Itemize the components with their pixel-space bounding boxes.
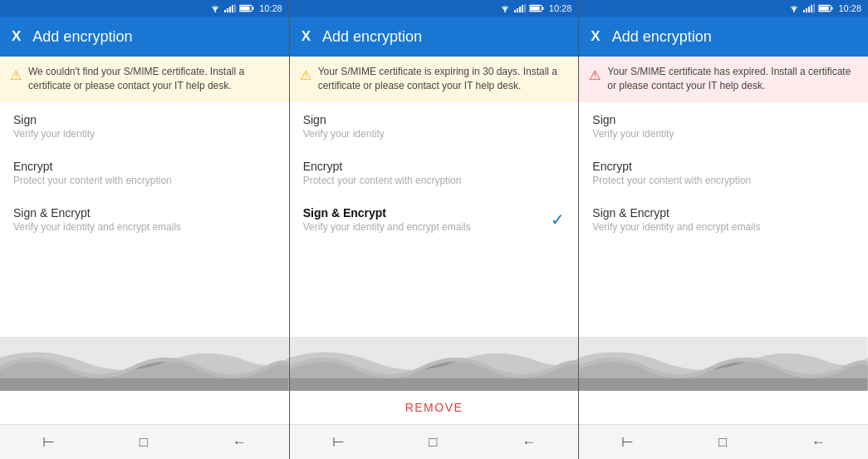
svg-rect-11 (514, 10, 516, 12)
phone-screen-2: 10:28 X Add encryption ⚠ Your S/MIME cer… (290, 0, 580, 459)
recent-apps-icon[interactable]: ⊢ (36, 427, 61, 457)
nav-bar: ⊢□← (579, 424, 868, 459)
check-icon: ✓ (551, 210, 565, 230)
option-text: Encrypt Protect your content with encryp… (303, 160, 462, 186)
battery-icon (818, 4, 833, 12)
nav-bar: ⊢□← (290, 424, 579, 459)
alert-message: We couldn't find your S/MIME certificate… (28, 65, 279, 94)
back-icon[interactable]: ← (805, 427, 832, 457)
app-bar: X Add encryption (0, 17, 289, 57)
options-list: Sign Verify your identity Encrypt Protec… (290, 102, 579, 337)
option-title: Sign & Encrypt (13, 206, 181, 220)
svg-point-10 (504, 11, 506, 12)
option-subtitle: Protect your content with encryption (13, 175, 172, 186)
alert-message: Your S/MIME certificate has expired. Ins… (607, 65, 858, 94)
svg-rect-25 (813, 4, 815, 12)
option-text: Sign Verify your identity (13, 113, 95, 140)
app-bar: X Add encryption (290, 17, 579, 57)
svg-point-20 (793, 11, 795, 12)
close-button[interactable]: X (12, 28, 21, 45)
options-list: Sign Verify your identity Encrypt Protec… (0, 102, 289, 337)
option-item-1[interactable]: Encrypt Protect your content with encryp… (290, 149, 579, 195)
recent-apps-icon[interactable]: ⊢ (326, 427, 351, 457)
option-item-0[interactable]: Sign Verify your identity (579, 102, 868, 149)
home-icon[interactable]: □ (133, 427, 154, 457)
svg-rect-14 (522, 5, 523, 12)
option-subtitle: Protect your content with encryption (592, 175, 751, 186)
options-list: Sign Verify your identity Encrypt Protec… (579, 102, 868, 337)
option-item-2[interactable]: Sign & Encrypt Verify your identity and … (290, 195, 579, 242)
option-title: Encrypt (303, 160, 462, 173)
option-item-2[interactable]: Sign & Encrypt Verify your identity and … (0, 195, 289, 242)
svg-rect-4 (232, 5, 233, 12)
status-time: 10:28 (549, 3, 572, 13)
svg-point-0 (214, 11, 216, 12)
option-text: Sign Verify your identity (303, 113, 385, 140)
option-text: Sign & Encrypt Verify your identity and … (592, 206, 760, 233)
alert-banner: ⚠ Your S/MIME certificate is expiring in… (290, 57, 579, 102)
svg-rect-27 (831, 7, 833, 10)
close-button[interactable]: X (302, 28, 311, 45)
svg-rect-2 (227, 8, 228, 12)
svg-rect-5 (234, 4, 236, 12)
battery-icon (529, 4, 544, 12)
svg-rect-8 (240, 6, 250, 10)
option-text: Encrypt Protect your content with encryp… (13, 160, 172, 186)
option-text: Encrypt Protect your content with encryp… (592, 160, 751, 186)
option-subtitle: Verify your identity and encrypt emails (13, 221, 181, 233)
option-text: Sign & Encrypt Verify your identity and … (13, 206, 181, 233)
option-title: Encrypt (592, 160, 751, 173)
nav-bar: ⊢□← (0, 424, 289, 459)
wifi-icon (499, 4, 511, 12)
back-icon[interactable]: ← (515, 427, 542, 457)
option-item-0[interactable]: Sign Verify your identity (0, 102, 289, 149)
close-button[interactable]: X (591, 28, 600, 45)
option-subtitle: Verify your identity (592, 128, 674, 140)
option-item-1[interactable]: Encrypt Protect your content with encryp… (0, 149, 289, 195)
app-bar-title: Add encryption (612, 28, 856, 46)
home-icon[interactable]: □ (422, 427, 444, 457)
wifi-icon (209, 4, 221, 12)
svg-rect-17 (542, 7, 544, 10)
status-time: 10:28 (259, 3, 282, 13)
svg-rect-28 (820, 6, 830, 10)
svg-rect-1 (224, 10, 226, 12)
option-item-2[interactable]: Sign & Encrypt Verify your identity and … (579, 195, 868, 242)
svg-rect-3 (229, 7, 231, 12)
svg-rect-7 (253, 7, 254, 10)
signal-icon (514, 4, 526, 12)
option-text: Sign & Encrypt Verify your identity and … (303, 206, 471, 233)
status-time: 10:28 (838, 3, 861, 13)
svg-rect-21 (803, 10, 805, 12)
option-subtitle: Protect your content with encryption (303, 175, 462, 186)
battery-icon (239, 4, 254, 12)
alert-banner: ⚠ Your S/MIME certificate has expired. I… (579, 57, 868, 102)
alert-icon: ⚠ (10, 66, 22, 85)
option-text: Sign Verify your identity (592, 113, 674, 140)
svg-rect-23 (808, 7, 810, 12)
alert-icon: ⚠ (589, 66, 601, 85)
back-icon[interactable]: ← (226, 427, 253, 457)
option-item-1[interactable]: Encrypt Protect your content with encryp… (579, 149, 868, 195)
alert-banner: ⚠ We couldn't find your S/MIME certifica… (0, 57, 289, 102)
svg-rect-24 (811, 5, 812, 12)
option-title: Sign (13, 113, 95, 126)
home-icon[interactable]: □ (712, 427, 733, 457)
option-subtitle: Verify your identity (303, 128, 385, 140)
option-title: Sign (303, 113, 385, 126)
recent-apps-icon[interactable]: ⊢ (615, 427, 640, 457)
option-title: Encrypt (13, 160, 172, 173)
app-bar: X Add encryption (579, 17, 868, 57)
phone-screen-3: 10:28 X Add encryption ⚠ Your S/MIME cer… (579, 0, 868, 459)
option-title: Sign & Encrypt (592, 206, 760, 220)
option-title: Sign (592, 113, 674, 126)
bottom-spacer (0, 391, 289, 424)
status-bar: 10:28 (579, 0, 868, 17)
wave-decoration (0, 337, 289, 391)
option-subtitle: Verify your identity and encrypt emails (592, 221, 760, 233)
wifi-icon (788, 4, 800, 12)
app-bar-title: Add encryption (322, 28, 566, 46)
remove-button[interactable]: REMOVE (290, 391, 579, 424)
option-item-0[interactable]: Sign Verify your identity (290, 102, 579, 149)
wave-decoration (579, 337, 868, 391)
